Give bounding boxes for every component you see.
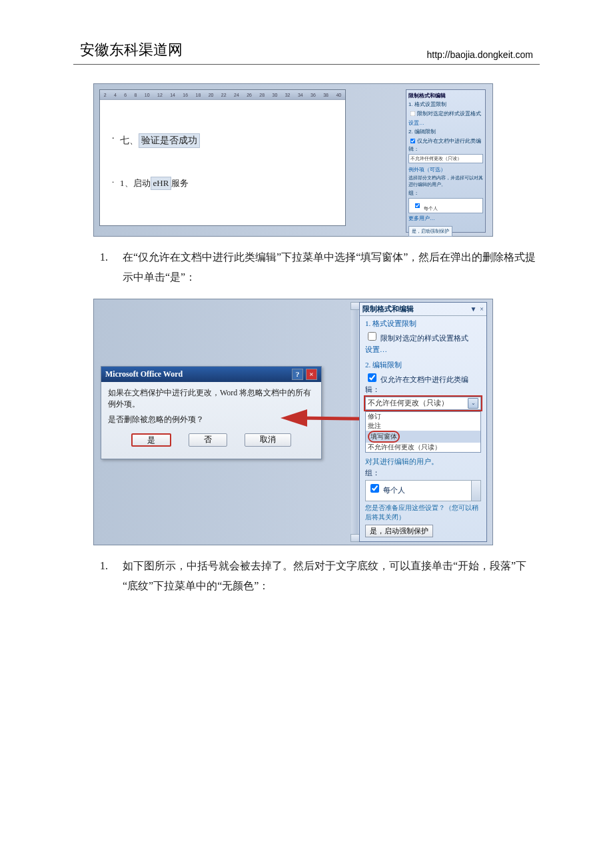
list-marker: 1. bbox=[100, 556, 123, 597]
form-field-2[interactable]: eHR bbox=[151, 177, 172, 190]
ruler: 246810121416182022242628303234363840 bbox=[100, 90, 345, 100]
option-fill-forms[interactable]: 填写窗体 bbox=[366, 431, 480, 443]
apply-section: 您是否准备应用这些设置？（您可以稍后将其关闭） 是，启动强制保护 bbox=[365, 503, 481, 537]
edit-restrict-checkbox-2[interactable] bbox=[368, 373, 376, 382]
section-2-heading: 2. 编辑限制 bbox=[365, 360, 481, 370]
paragraph-2: 1. 如下图所示，中括号就会被去掉了。然后对于文字底纹，可以直接单击“开始，段落… bbox=[100, 556, 540, 597]
figure-2: Microsoft Office Word ? × 如果在文档保护中进行此更改，… bbox=[93, 299, 493, 545]
enforce-btn-mini[interactable]: 是，启动强制保护 bbox=[408, 226, 452, 237]
edit-restrict-checkbox[interactable] bbox=[410, 139, 416, 144]
option-track-changes[interactable]: 修订 bbox=[366, 412, 480, 421]
header-title: 安徽东科渠道网 bbox=[80, 40, 183, 60]
doc-heading-line: 七、验证是否成功 bbox=[120, 133, 200, 148]
edit-type-dropdown[interactable]: 不允许任何更改（只读） ⌄ bbox=[365, 397, 481, 410]
option-comments[interactable]: 批注 bbox=[366, 421, 480, 431]
chevron-down-icon[interactable]: ⌄ bbox=[468, 398, 478, 409]
section-1-heading: 1. 格式设置限制 bbox=[365, 319, 481, 329]
settings-link-2[interactable]: 设置… bbox=[365, 345, 481, 355]
everyone-checkbox-mini[interactable] bbox=[415, 203, 420, 209]
format-restrict-checkbox[interactable] bbox=[410, 111, 416, 117]
format-restrict-checkbox-2[interactable] bbox=[368, 332, 376, 341]
scrollbar[interactable] bbox=[351, 302, 358, 542]
settings-link[interactable]: 设置… bbox=[408, 119, 483, 127]
everyone-checkbox[interactable] bbox=[370, 484, 379, 493]
pane-titlebar[interactable]: 限制格式和编辑 ▼ × bbox=[360, 303, 486, 316]
pane-menu-icon[interactable]: ▼ bbox=[470, 305, 476, 313]
paragraph-1: 1. 在“仅允许在文档中进行此类编辑”下拉菜单中选择“填写窗体”，然后在弹出的删… bbox=[100, 247, 540, 288]
dialog-message-2: 是否删除被忽略的例外项？ bbox=[108, 414, 314, 425]
yes-button[interactable]: 是 bbox=[131, 433, 171, 447]
document-page: 安徽东科渠道网 http://baojia.dongkeit.com 24681… bbox=[0, 0, 613, 868]
pane-mini-title: 限制格式和编辑 bbox=[408, 92, 483, 99]
word-document-area: 246810121416182022242628303234363840 七、验… bbox=[99, 89, 346, 226]
doc-sub-line: 1、启动eHR服务 bbox=[120, 177, 189, 190]
enforce-protection-button[interactable]: 是，启动强制保护 bbox=[365, 525, 433, 537]
confirm-dialog: Microsoft Office Word ? × 如果在文档保护中进行此更改，… bbox=[101, 366, 322, 459]
option-read-only[interactable]: 不允许任何更改（只读） bbox=[366, 443, 480, 452]
edit-type-dropdown-mini[interactable]: 不允许任何更改（只读） bbox=[408, 154, 483, 163]
restrict-pane: 限制格式和编辑 ▼ × 1. 格式设置限制 限制对选定的样式设置格式 设置… 2… bbox=[359, 302, 487, 542]
edit-type-options[interactable]: 修订 批注 填写窗体 不允许任何更改（只读） bbox=[365, 411, 481, 453]
pane-close-icon[interactable]: × bbox=[480, 305, 484, 313]
more-users-link[interactable]: 更多用户… bbox=[408, 215, 483, 222]
page-header: 安徽东科渠道网 http://baojia.dongkeit.com bbox=[73, 40, 540, 65]
listbox-scrollbar[interactable] bbox=[471, 480, 481, 501]
figure-1: 246810121416182022242628303234363840 七、验… bbox=[93, 83, 493, 237]
group-listbox[interactable]: 每个人 bbox=[365, 480, 481, 501]
cancel-button[interactable]: 取消 bbox=[245, 433, 291, 447]
dialog-title: Microsoft Office Word bbox=[105, 369, 183, 379]
help-icon[interactable]: ? bbox=[292, 369, 303, 380]
group-box-mini: 每个人 bbox=[408, 198, 483, 213]
dialog-titlebar[interactable]: Microsoft Office Word ? × bbox=[101, 367, 321, 382]
pane-title: 限制格式和编辑 bbox=[362, 304, 414, 314]
restrict-pane-mini: 限制格式和编辑 1. 格式设置限制 限制对选定的样式设置格式 设置… 2. 编辑… bbox=[406, 89, 486, 233]
close-icon[interactable]: × bbox=[306, 369, 317, 380]
header-url: http://baojia.dongkeit.com bbox=[426, 49, 533, 60]
format-restrict-label[interactable]: 限制对选定的样式设置格式 bbox=[365, 334, 468, 342]
exceptions-text: 对其进行编辑的用户。 bbox=[365, 457, 481, 466]
dialog-message-1: 如果在文档保护中进行此更改，Word 将忽略文档中的所有例外项。 bbox=[108, 387, 314, 410]
no-button[interactable]: 否 bbox=[189, 433, 227, 447]
form-field-1[interactable]: 验证是否成功 bbox=[139, 133, 200, 148]
edit-restrict-label[interactable]: 仅允许在文档中进行此类编辑： bbox=[365, 375, 468, 393]
list-marker: 1. bbox=[100, 247, 123, 288]
group-label: 组： bbox=[365, 468, 481, 478]
